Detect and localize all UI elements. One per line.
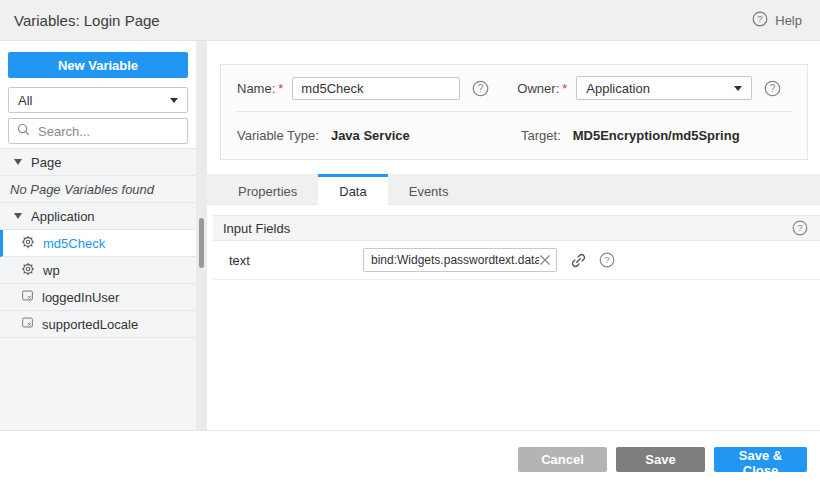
clear-binding-icon[interactable]: [539, 254, 551, 266]
bind-expression-input[interactable]: bind:Widgets.passwordtext.datavalue: [363, 248, 557, 272]
tree-item-loggedinuser[interactable]: loggedInUser: [0, 284, 196, 311]
owner-select-value: Application: [586, 81, 650, 96]
tree-item-wp[interactable]: wp: [0, 257, 196, 284]
svg-text:?: ?: [797, 222, 802, 233]
tree-item-label: md5Check: [43, 236, 105, 251]
search-field[interactable]: [8, 118, 188, 144]
tab-events[interactable]: Events: [388, 174, 470, 205]
help-label: Help: [775, 13, 802, 28]
input-field-row-text: text bind:Widgets.passwordtext.datavalue…: [213, 241, 820, 280]
static-variable-icon: [21, 316, 34, 332]
field-help-icon[interactable]: ?: [599, 252, 615, 268]
owner-select[interactable]: Application: [576, 76, 752, 100]
sidebar-scrollbar-thumb[interactable]: [199, 218, 204, 268]
save-button[interactable]: Save: [616, 447, 705, 472]
static-variable-icon: [21, 289, 34, 305]
variables-sidebar: New Variable All Page No Page Variables …: [0, 41, 196, 430]
variable-type-value: Java Service: [331, 128, 410, 143]
sidebar-scrollbar-track[interactable]: [196, 41, 207, 430]
service-variable-icon: [21, 235, 35, 252]
required-asterisk: *: [278, 81, 283, 96]
name-input[interactable]: [292, 77, 460, 100]
chevron-down-icon: [170, 98, 178, 103]
service-variable-icon: [21, 262, 35, 279]
bind-link-icon[interactable]: [570, 252, 587, 269]
tree-item-md5check[interactable]: md5Check: [0, 230, 196, 257]
variable-summary-card: Name:* ? Owner:* Application ? Variable …: [220, 64, 808, 160]
tree-item-label: wp: [43, 263, 60, 278]
svg-text:?: ?: [478, 83, 484, 94]
svg-text:?: ?: [604, 254, 609, 265]
help-question-icon: ?: [752, 11, 768, 30]
tree-group-application[interactable]: Application: [0, 203, 196, 230]
variable-type-label: Variable Type:: [237, 128, 319, 143]
required-asterisk: *: [562, 81, 567, 96]
owner-help-icon[interactable]: ?: [764, 80, 781, 97]
search-input[interactable]: [36, 123, 179, 140]
tab-data[interactable]: Data: [318, 174, 387, 205]
new-variable-button[interactable]: New Variable: [8, 52, 188, 78]
name-help-icon[interactable]: ?: [472, 80, 489, 97]
svg-text:?: ?: [770, 83, 776, 94]
dialog-footer: Cancel Save Save & Close: [0, 430, 820, 488]
chevron-down-icon: [734, 86, 742, 91]
owner-label: Owner:: [517, 81, 559, 96]
input-fields-title: Input Fields: [223, 221, 290, 236]
svg-text:?: ?: [758, 13, 763, 24]
page-empty-message: No Page Variables found: [0, 176, 196, 203]
target-value: MD5Encryption/md5Spring: [573, 128, 740, 143]
save-and-close-button[interactable]: Save & Close: [714, 447, 807, 472]
variables-tree: Page No Page Variables found Application…: [0, 148, 196, 430]
variable-detail-panel: Name:* ? Owner:* Application ? Variable …: [207, 41, 820, 430]
detail-tabs: Properties Data Events: [207, 174, 820, 205]
name-label: Name:: [237, 81, 275, 96]
search-icon: [17, 122, 30, 140]
tree-item-label: supportedLocale: [42, 317, 138, 332]
tree-item-supportedlocale[interactable]: supportedLocale: [0, 311, 196, 338]
tree-group-page[interactable]: Page: [0, 149, 196, 176]
collapse-arrow-icon: [14, 213, 22, 219]
field-label: text: [213, 253, 363, 268]
tree-group-label: Application: [31, 209, 95, 224]
help-button[interactable]: ? Help: [752, 11, 802, 30]
input-fields-help-icon[interactable]: ?: [792, 220, 808, 236]
dialog-header: Variables: Login Page ? Help: [0, 0, 820, 41]
page-title: Variables: Login Page: [14, 12, 160, 29]
cancel-button[interactable]: Cancel: [518, 447, 607, 472]
variable-filter-value: All: [18, 93, 32, 108]
bind-expression-value: bind:Widgets.passwordtext.datavalue: [364, 253, 539, 267]
tree-item-label: loggedInUser: [42, 290, 119, 305]
input-fields-section: Input Fields ? text bind:Widgets.passwor…: [213, 215, 820, 280]
variable-filter-select[interactable]: All: [8, 87, 188, 113]
tab-properties[interactable]: Properties: [217, 174, 318, 205]
target-label: Target:: [521, 128, 561, 143]
tree-group-label: Page: [31, 155, 61, 170]
collapse-arrow-icon: [14, 159, 22, 165]
